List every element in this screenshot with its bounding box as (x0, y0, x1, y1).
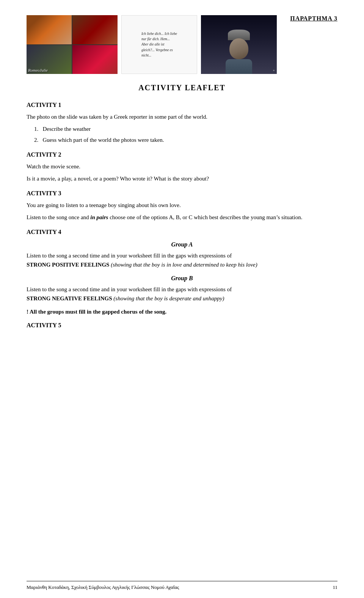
romeo-cell-4 (72, 45, 118, 74)
romeo-juliet-image: RomeoJulie (27, 15, 118, 74)
group-b-text: Listen to the song a second time and in … (27, 285, 337, 303)
activity5-section: ACTIVITY 5 (27, 322, 337, 329)
page-container: RomeoJulie Ich liebe dich... Ich liebe n… (0, 0, 364, 598)
activity1-item2-num: 2. (34, 137, 38, 143)
activity3-line2-part1: Listen to the song once and (27, 214, 90, 220)
footer: Μαριάνθη Κοταδάκη, Σχολική Σύμβουλος Αγγ… (27, 581, 337, 590)
group-b-label: Group B (27, 275, 337, 282)
activity1-item1-text: Describe the weather (43, 126, 91, 132)
activity2-line2: Is it a movie, a play, a novel, or a poe… (27, 174, 337, 183)
activity3-title: ACTIVITY 3 (27, 190, 337, 197)
boy-body (226, 59, 252, 74)
activity1-item2-text: Guess which part of the world the photos… (43, 137, 164, 143)
watermark: ★ (273, 69, 275, 72)
header-title-area: ΠΑΡΑΡΤΗΜΑ 3 (290, 15, 337, 22)
activity3-line1: You are going to listen to a teenage boy… (27, 201, 337, 210)
leaflet-title: ACTIVITY LEAFLET (27, 83, 337, 92)
boy-head (229, 38, 248, 59)
activity4-title: ACTIVITY 4 (27, 229, 337, 235)
activity3-section: ACTIVITY 3 You are going to listen to a … (27, 190, 337, 222)
activity2-section: ACTIVITY 2 Watch the movie scene. Is it … (27, 151, 337, 183)
activity1-item2: 2. Guess which part of the world the pho… (34, 135, 337, 144)
header-area: RomeoJulie Ich liebe dich... Ich liebe n… (27, 15, 337, 74)
activity1-intro: The photo on the slide was taken by a Gr… (27, 112, 337, 121)
exclamation-line: ! All the groups must fill in the gapped… (27, 309, 337, 315)
romeo-cell-2 (72, 15, 118, 44)
activity1-section: ACTIVITY 1 The photo on the slide was ta… (27, 102, 337, 144)
group-a-label: Group A (27, 241, 337, 248)
group-a-line1: Listen to the song a second time and in … (27, 253, 232, 259)
group-b-italic: (showing that the boy is desperate and u… (112, 295, 224, 301)
german-text-image: Ich liebe dich... Ich liebe nur für dich… (121, 15, 197, 74)
boy-image: ★ (201, 15, 277, 74)
activity5-title: ACTIVITY 5 (27, 322, 337, 329)
activity3-line2-part2: choose one of the options A, B, or C whi… (108, 214, 302, 220)
german-card-text: Ich liebe dich... Ich liebe nur für dich… (141, 31, 177, 58)
content-body: ACTIVITY 1 The photo on the slide was ta… (27, 102, 337, 329)
footer-text: Μαριάνθη Κοταδάκη, Σχολική Σύμβουλος Αγγ… (27, 584, 337, 590)
group-b-line1: Listen to the song a second time and in … (27, 286, 232, 292)
activity4-section: ACTIVITY 4 Group A Listen to the song a … (27, 229, 337, 303)
group-a-strong: STRONG POSITIVE FEELINGS (27, 262, 109, 268)
activity1-item1-num: 1. (34, 126, 38, 132)
activity1-title: ACTIVITY 1 (27, 102, 337, 108)
activity3-line2: Listen to the song once and in pairs cho… (27, 213, 337, 222)
footer-page-number: 11 (333, 584, 337, 590)
group-a-text: Listen to the song a second time and in … (27, 251, 337, 269)
activity2-title: ACTIVITY 2 (27, 151, 337, 158)
boy-figure (224, 28, 254, 73)
group-b-strong: STRONG NEGATIVE FEELINGS (27, 295, 112, 301)
romeo-label: RomeoJulie (28, 68, 48, 72)
footer-author: Μαριάνθη Κοταδάκη, Σχολική Σύμβουλος Αγγ… (27, 584, 179, 590)
activity3-line2-bold-italic: in pairs (90, 214, 108, 220)
group-a-italic: (showing that the boy is in love and det… (109, 262, 257, 268)
activity2-line1: Watch the movie scene. (27, 162, 337, 171)
romeo-cell-1 (27, 15, 72, 44)
activity1-item1: 1. Describe the weather (34, 124, 337, 133)
appendix-title: ΠΑΡΑΡΤΗΜΑ 3 (290, 15, 337, 22)
images-block: RomeoJulie Ich liebe dich... Ich liebe n… (27, 15, 337, 74)
